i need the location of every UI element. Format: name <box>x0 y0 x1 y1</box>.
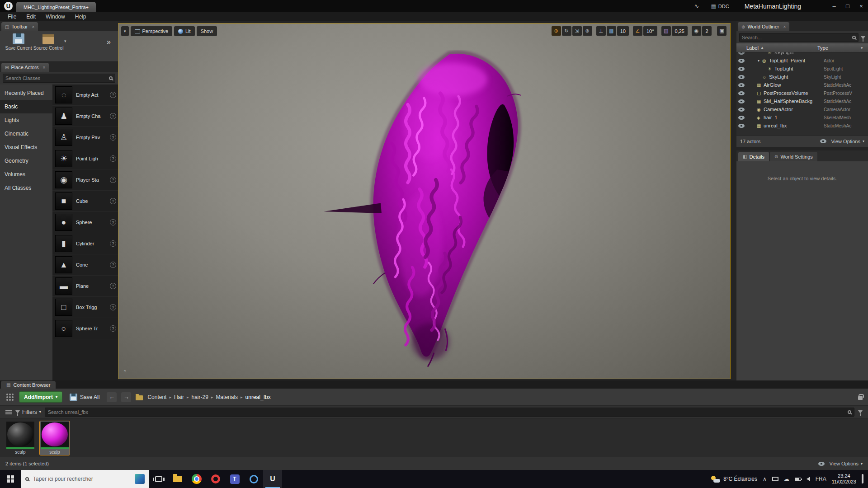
toolbar-expand-button[interactable]: » <box>107 38 114 46</box>
outliner-search-input[interactable] <box>742 35 852 40</box>
lock-icon[interactable] <box>858 396 863 400</box>
hair-asset-3d[interactable] <box>317 50 548 375</box>
actor-thumbnail[interactable]: ♟ <box>55 108 72 125</box>
details-tab[interactable]: ◧ Details <box>738 152 769 161</box>
actor-thumbnail[interactable]: ♙ <box>55 129 72 146</box>
volume-icon[interactable] <box>807 477 810 481</box>
outliner-view-options-button[interactable]: View Options ▾ <box>820 139 864 144</box>
asset-thumbnail[interactable] <box>6 422 34 449</box>
visibility-eye-icon[interactable] <box>738 67 745 71</box>
start-button[interactable] <box>0 470 21 488</box>
grid-size-button[interactable]: 10 <box>617 26 629 36</box>
visibility-eye-icon[interactable] <box>738 75 745 79</box>
asset-search[interactable] <box>45 408 854 417</box>
visibility-eye-icon[interactable] <box>738 59 745 63</box>
asset-tile[interactable]: scalp <box>5 421 35 455</box>
breadcrumb-item[interactable]: ▸ Content <box>147 394 166 400</box>
visibility-eye-icon[interactable] <box>738 124 745 128</box>
taskbar-search[interactable] <box>21 470 149 488</box>
placeable-actor-row[interactable]: ♟ Empty Cha ? <box>52 106 118 127</box>
outliner-row[interactable]: ▦ SM_HalfSphereBackg StaticMeshAc <box>736 97 868 105</box>
close-panel-icon[interactable]: × <box>43 65 46 70</box>
unreal-engine-button[interactable]: U <box>263 470 282 488</box>
add-import-button[interactable]: Add/Import ▾ <box>19 391 62 403</box>
clock-widget[interactable]: 23:24 11/02/2023 <box>832 473 856 485</box>
placeable-actor-row[interactable]: ▲ Cone ? <box>52 254 118 276</box>
search-highlight-icon[interactable] <box>135 474 145 484</box>
display-tray-icon[interactable] <box>772 477 778 481</box>
placeable-actor-row[interactable]: ▬ Plane ? <box>52 276 118 297</box>
teams-button[interactable]: T <box>225 470 244 488</box>
placeable-actor-row[interactable]: ◌ Empty Act ? <box>52 84 118 106</box>
notification-center-button[interactable] <box>862 475 863 483</box>
category-item[interactable]: Cinematic <box>0 127 52 141</box>
visibility-eye-icon[interactable] <box>738 83 745 87</box>
show-hidden-icons-button[interactable]: ∧ <box>763 476 767 482</box>
surface-snap-button[interactable]: ⊥ <box>596 26 606 36</box>
cb-view-options-button[interactable]: View Options ▾ <box>818 461 863 466</box>
toolbar-panel-tab[interactable]: ◫ Toolbar × <box>1 22 38 31</box>
menu-item[interactable]: Window <box>41 12 70 21</box>
viewport-options-dropdown[interactable]: ▾ <box>121 26 129 36</box>
language-indicator[interactable]: FRA <box>816 476 826 482</box>
source-control-dropdown-icon[interactable]: ▾ <box>64 39 66 43</box>
minimize-button[interactable]: – <box>827 0 841 12</box>
breadcrumb-item[interactable]: ▸ unreal_fbx <box>239 394 271 400</box>
close-panel-icon[interactable]: × <box>783 24 786 29</box>
task-view-button[interactable] <box>149 470 168 488</box>
visibility-eye-icon[interactable] <box>738 108 745 112</box>
perspective-button[interactable]: Perspective <box>131 26 172 36</box>
sources-panel-icon[interactable] <box>6 394 8 395</box>
camera-speed-button[interactable]: ◉ <box>692 26 701 36</box>
placeable-actor-row[interactable]: □ Box Trigg ? <box>52 297 118 318</box>
actor-thumbnail[interactable]: ○ <box>55 320 72 337</box>
category-item[interactable]: Recently Placed <box>0 86 52 100</box>
restore-button[interactable]: □ <box>841 0 854 12</box>
close-button[interactable]: × <box>854 0 868 12</box>
placeable-actor-row[interactable]: ♙ Empty Pav ? <box>52 127 118 148</box>
expand-arrow-icon[interactable]: ▾ <box>758 59 762 63</box>
actor-thumbnail[interactable]: ● <box>55 214 72 231</box>
placeable-actor-row[interactable]: ☀ Point Ligh ? <box>52 148 118 169</box>
actor-thumbnail[interactable]: ◌ <box>55 86 72 103</box>
scale-snap-value-button[interactable]: 0,25 <box>672 26 688 36</box>
scale-snap-button[interactable]: ▤ <box>661 26 671 36</box>
category-item[interactable]: Geometry <box>0 154 52 168</box>
content-browser-tab[interactable]: ▤ Content Browser <box>1 381 56 389</box>
outliner-row[interactable]: ◉ CameraActor CameraActor <box>736 105 868 113</box>
close-panel-icon[interactable]: × <box>32 24 35 29</box>
column-options-icon[interactable]: ▾ <box>861 46 868 50</box>
forward-button[interactable]: → <box>121 392 131 402</box>
placeable-actor-row[interactable]: ▮ Cylinder ? <box>52 233 118 254</box>
file-explorer-button[interactable] <box>168 470 187 488</box>
label-column-header[interactable]: Label ▲ <box>746 45 817 51</box>
actor-thumbnail[interactable]: ▮ <box>55 235 72 252</box>
place-actors-tab[interactable]: ⊞ Place Actors × <box>1 63 49 72</box>
asset-thumbnail[interactable] <box>41 422 69 449</box>
menu-item[interactable]: Help <box>70 12 91 21</box>
visibility-eye-icon[interactable] <box>738 99 745 103</box>
category-item[interactable]: Basic <box>0 100 52 113</box>
actor-thumbnail[interactable]: ■ <box>55 192 72 210</box>
viewport-corner-icon[interactable]: ◔ <box>123 368 126 374</box>
visibility-eye-icon[interactable] <box>738 52 745 55</box>
move-tool-button[interactable]: ⊕ <box>552 26 561 36</box>
save-all-button[interactable]: Save All <box>67 394 102 401</box>
onedrive-cloud-icon[interactable]: ☁ <box>784 476 789 482</box>
opera-button[interactable] <box>206 470 225 488</box>
show-button[interactable]: Show <box>197 26 217 36</box>
placeable-actor-row[interactable]: ◉ Player Sta ? <box>52 169 118 191</box>
outliner-filter-icon[interactable] <box>861 36 865 39</box>
outliner-row[interactable]: ▾ ◍ TopLight_Parent Actor <box>736 56 868 65</box>
actor-thumbnail[interactable]: □ <box>55 299 72 316</box>
visibility-eye-icon[interactable] <box>738 91 745 95</box>
camera-speed-value-button[interactable]: 2 <box>702 26 712 36</box>
rotation-snap-value-button[interactable]: 10° <box>643 26 657 36</box>
rotate-tool-button[interactable]: ↻ <box>562 26 571 36</box>
type-column-header[interactable]: Type <box>817 45 861 51</box>
3d-viewport[interactable]: ▾ Perspective Lit Show ⊕ ↻ ⇲ ⊚ ⊥ ▦ 10 ∠ … <box>118 23 731 379</box>
placeable-actor-row[interactable]: ● Sphere ? <box>52 212 118 233</box>
outliner-row[interactable]: ☀ TopLight SpotLight <box>736 65 868 73</box>
menu-item[interactable]: File <box>3 12 21 21</box>
category-item[interactable]: Lights <box>0 113 52 127</box>
